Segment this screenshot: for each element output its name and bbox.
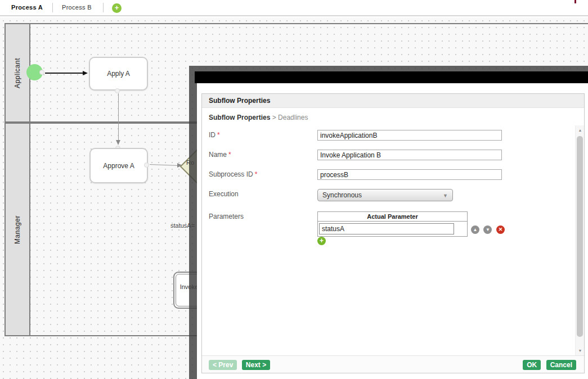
arrowhead-icon [83,71,88,75]
field-row-id: ID* [202,130,584,143]
task-apply-a[interactable]: Apply A [89,57,148,91]
flow-edge-start-apply [45,73,83,74]
parameters-grid-header: Actual Parameter [318,212,467,222]
task-approve-a[interactable]: Approve A [89,148,148,183]
prev-button[interactable]: < Prev [209,360,237,370]
parameter-input[interactable] [319,223,454,234]
parameters-grid-row [318,222,467,236]
move-down-icon[interactable]: ▼ [483,225,492,234]
connection-dot [144,163,149,168]
tab-separator [103,3,104,12]
dialog-footer: < Prev Next > OK Cancel [202,355,584,373]
subprocess-id-input[interactable] [317,169,502,180]
subprocess-id-label: Subprocess ID* [209,170,257,178]
parameters-label: Parameters [209,213,244,220]
wizard-nav-buttons: < Prev Next > [209,359,272,370]
scroll-up-icon[interactable]: ▲ [576,127,585,134]
dialog-scrollbar[interactable]: ▲ ▼ [575,125,584,356]
task-label: Approve A [103,162,134,170]
tab-process-b[interactable]: Process B [62,4,92,11]
add-parameter-button[interactable]: + [317,237,326,245]
tab-separator [52,3,53,12]
breadcrumb-current: Subflow Properties [209,114,270,121]
parameters-grid: Actual Parameter [317,211,468,237]
lane-header-manager[interactable]: Manager [6,124,30,335]
required-asterisk: * [228,151,231,159]
field-row-execution: Execution Synchronous ▼ [202,189,584,202]
chevron-down-icon: ▼ [443,190,448,202]
process-tabbar: Process A Process B + [0,0,588,16]
connection-dot [115,88,120,93]
dialog-titlebar [195,71,588,83]
execution-selected-value: Synchronous [322,191,362,199]
name-input[interactable] [317,150,502,160]
scrollbar-thumb[interactable] [577,136,583,337]
confirm-buttons: OK Cancel [520,359,576,370]
execution-select[interactable]: Synchronous ▼ [317,189,453,201]
required-asterisk: * [217,131,220,139]
task-label: Apply A [107,70,130,78]
tab-process-a[interactable]: Process A [11,4,43,11]
name-label: Name* [209,151,231,159]
app-window: Process A Process B + Applicant Manager … [0,0,588,379]
id-input[interactable] [317,130,502,141]
cancel-button[interactable]: Cancel [546,360,576,370]
delete-row-icon[interactable]: ✕ [496,225,505,234]
move-up-icon[interactable]: ▲ [471,225,479,234]
lane-label: Manager [14,215,21,244]
field-row-parameters: Parameters Actual Parameter ▲ ▼ ✕ + [202,211,584,247]
parameter-row-actions: ▲ ▼ ✕ [471,224,506,234]
lane-label: Applicant [14,58,21,88]
field-row-subprocess-id: Subprocess ID* [202,169,584,183]
next-button[interactable]: Next > [242,360,270,370]
panel-title: Subflow Properties [202,94,584,108]
breadcrumb: Subflow Properties > Deadlines [209,114,308,121]
breadcrumb-section: Deadlines [278,114,308,121]
arrowhead-icon [116,140,120,145]
subflow-properties-panel: Subflow Properties Subflow Properties > … [201,93,585,373]
plus-icon: + [115,3,119,12]
required-asterisk: * [255,170,258,178]
id-label: ID* [209,131,220,139]
flow-edge-apply-approve [118,93,119,141]
add-process-button[interactable]: + [112,3,122,13]
clipped-toolbar-artifact [574,0,576,3]
field-row-name: Name* [202,150,584,163]
scroll-down-icon[interactable]: ▼ [576,347,585,355]
connection-dot [39,70,44,75]
execution-label: Execution [209,190,239,198]
breadcrumb-separator: > [272,114,276,121]
ok-button[interactable]: OK [523,360,541,370]
